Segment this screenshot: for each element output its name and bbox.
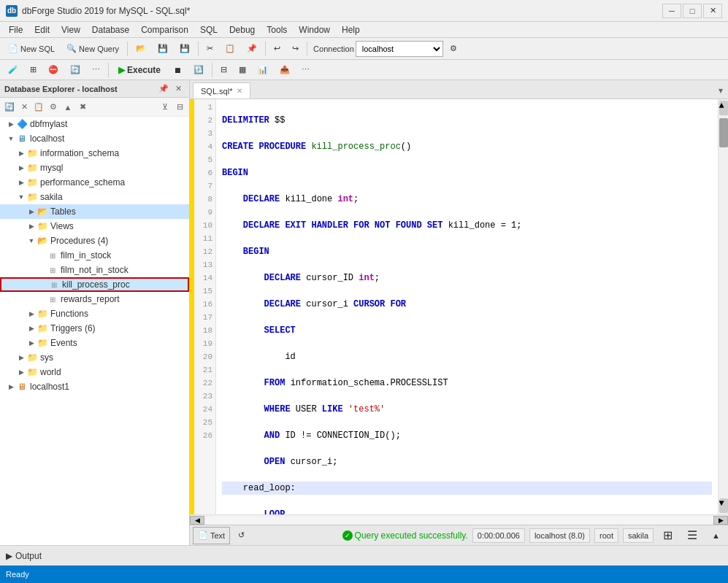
tree-item-perf-schema[interactable]: ▶ 📁 performance_schema (0, 175, 189, 190)
tab-close-button[interactable]: ✕ (237, 87, 242, 95)
flask-button[interactable]: 🧪 (3, 61, 23, 79)
open-button[interactable]: 📂 (131, 40, 151, 58)
scroll-down-button[interactable]: ▼ (719, 498, 728, 513)
stop-button[interactable]: ⛔ (43, 61, 64, 79)
tab-overflow[interactable]: ▾ (713, 82, 728, 99)
toggle-info-schema[interactable]: ▶ (16, 150, 26, 157)
sync-button[interactable]: 🔄 (65, 61, 85, 79)
toggle-dbfmylast[interactable]: ▶ (6, 120, 16, 128)
minimize-button[interactable]: ─ (662, 4, 681, 18)
label-film-not-in-stock: film_not_in_stock (61, 265, 129, 275)
connection-settings-button[interactable]: ⚙ (445, 40, 462, 58)
copy-button[interactable]: 📋 (220, 40, 240, 58)
stop-exec-button[interactable]: ⏹ (169, 61, 187, 79)
maximize-button[interactable]: □ (683, 4, 702, 18)
menu-database[interactable]: Database (86, 22, 135, 38)
menu-window[interactable]: Window (293, 22, 336, 38)
toggle-procedures[interactable]: ▼ (26, 237, 37, 244)
code-content[interactable]: DELIMITER $$ CREATE PROCEDURE kill_proce… (216, 99, 718, 514)
execute-button[interactable]: ▶ Execute (112, 62, 167, 78)
more2-button[interactable]: ⋯ (296, 61, 315, 79)
close-button[interactable]: ✕ (703, 4, 722, 18)
cut-button[interactable]: ✂ (202, 40, 218, 58)
menu-comparison[interactable]: Comparison (135, 22, 194, 38)
paste-button[interactable]: 📌 (242, 40, 262, 58)
tree-item-film-in-stock[interactable]: ▶ ⊞ film_in_stock (0, 248, 189, 263)
menu-edit[interactable]: Edit (28, 22, 55, 38)
table-view-button[interactable]: ⊟ (215, 61, 232, 79)
menu-file[interactable]: File (3, 22, 28, 38)
new-sql-button[interactable]: 📄 New SQL (3, 40, 60, 58)
toggle-views[interactable]: ▶ (26, 223, 37, 230)
tree-item-events[interactable]: ▶ 📁 Events (0, 336, 189, 350)
tree-item-functions[interactable]: ▶ 📁 Functions (0, 306, 189, 321)
tree-item-kill-process-proc[interactable]: ▶ ⊞ kill_process_proc (0, 277, 189, 292)
exclude-button[interactable]: ✖ (76, 101, 89, 114)
scroll-thumb[interactable] (719, 118, 728, 147)
refresh-tree-button[interactable]: 🔄 (3, 101, 16, 114)
chart-button[interactable]: 📊 (253, 61, 273, 79)
tree-item-localhost1[interactable]: ▶ 🖥 localhost1 (0, 379, 189, 394)
tree-item-tables[interactable]: ▶ 📂 Tables (0, 204, 189, 219)
toggle-events[interactable]: ▶ (26, 339, 37, 347)
toggle-sakila[interactable]: ▼ (16, 193, 26, 201)
sort-button[interactable]: ⊟ (173, 101, 186, 114)
undo-button[interactable]: ↩ (269, 40, 286, 58)
status-items: ✓ Query executed successfully. 0:00:00.0… (342, 527, 725, 544)
grid-view-button[interactable]: ▦ (234, 61, 251, 79)
new-query-button[interactable]: 🔍 New Query (61, 40, 124, 58)
tree-item-sakila[interactable]: ▼ 📁 sakila (0, 190, 189, 204)
tree-item-dbfmylast[interactable]: ▶ 🔷 dbfmylast (0, 117, 189, 131)
toggle-mysql[interactable]: ▶ (16, 164, 26, 171)
scroll-left-button[interactable]: ◀ (190, 516, 204, 525)
save-all-button[interactable]: 💾 (175, 40, 195, 58)
tree-item-world[interactable]: ▶ 📁 world (0, 365, 189, 379)
tree-item-views[interactable]: ▶ 📁 Views (0, 219, 189, 233)
delete-tree-button[interactable]: ✕ (18, 101, 31, 114)
vertical-scrollbar[interactable]: ▲ ▼ (718, 99, 728, 514)
tree-item-info-schema[interactable]: ▶ 📁 information_schema (0, 146, 189, 161)
toggle-sys[interactable]: ▶ (16, 354, 26, 361)
toggle-localhost1[interactable]: ▶ (6, 383, 16, 390)
arrow-up-button[interactable]: ▲ (61, 101, 74, 114)
de-close-button[interactable]: ✕ (172, 82, 185, 96)
redo-button[interactable]: ↪ (287, 40, 304, 58)
grid-button[interactable]: ⊞ (25, 61, 42, 79)
results-list-button[interactable]: ☰ (682, 527, 702, 544)
tree-item-mysql[interactable]: ▶ 📁 mysql (0, 161, 189, 175)
tab-sql[interactable]: SQL.sql* ✕ (193, 82, 250, 99)
tree-item-rewards-report[interactable]: ▶ ⊞ rewards_report (0, 292, 189, 306)
toggle-perf-schema[interactable]: ▶ (16, 179, 26, 186)
funnel-button[interactable]: ⊻ (158, 101, 172, 114)
menu-sql[interactable]: SQL (194, 22, 223, 38)
menu-tools[interactable]: Tools (261, 22, 293, 38)
scroll-up-button[interactable]: ▲ (719, 101, 728, 115)
connection-select[interactable]: localhost (356, 41, 443, 57)
tree-item-film-not-in-stock[interactable]: ▶ ⊞ film_not_in_stock (0, 263, 189, 277)
toggle-triggers[interactable]: ▶ (26, 325, 37, 332)
menu-view[interactable]: View (55, 22, 86, 38)
tree-item-triggers[interactable]: ▶ 📁 Triggers (6) (0, 321, 189, 336)
toggle-tables[interactable]: ▶ (26, 208, 37, 215)
menu-help[interactable]: Help (336, 22, 366, 38)
toggle-functions[interactable]: ▶ (26, 310, 37, 317)
copy-tree-button[interactable]: 📋 (32, 101, 45, 114)
scroll-right-button[interactable]: ▶ (713, 516, 728, 525)
tree-item-localhost[interactable]: ▼ 🖥 localhost (0, 131, 189, 146)
tree-item-procedures[interactable]: ▼ 📂 Procedures (4) (0, 233, 189, 248)
more-button[interactable]: ⋯ (87, 61, 105, 79)
export-button[interactable]: 📤 (275, 61, 295, 79)
results-grid-button[interactable]: ⊞ (658, 527, 678, 544)
filter-button[interactable]: ⚙ (47, 101, 60, 114)
refresh-button[interactable]: 🔃 (188, 61, 209, 79)
text-view-button[interactable]: 📄 Text (193, 527, 230, 544)
toggle-localhost[interactable]: ▼ (6, 135, 16, 142)
refresh-results-button[interactable]: ↺ (233, 527, 250, 544)
toggle-world[interactable]: ▶ (16, 368, 26, 376)
results-expand-button[interactable]: ▲ (707, 527, 725, 544)
menu-debug[interactable]: Debug (223, 22, 261, 38)
save-button[interactable]: 💾 (153, 40, 173, 58)
tree-item-sys[interactable]: ▶ 📁 sys (0, 350, 189, 365)
folder-icon-sakila: 📁 (26, 192, 38, 202)
pin-button[interactable]: 📌 (157, 82, 170, 96)
